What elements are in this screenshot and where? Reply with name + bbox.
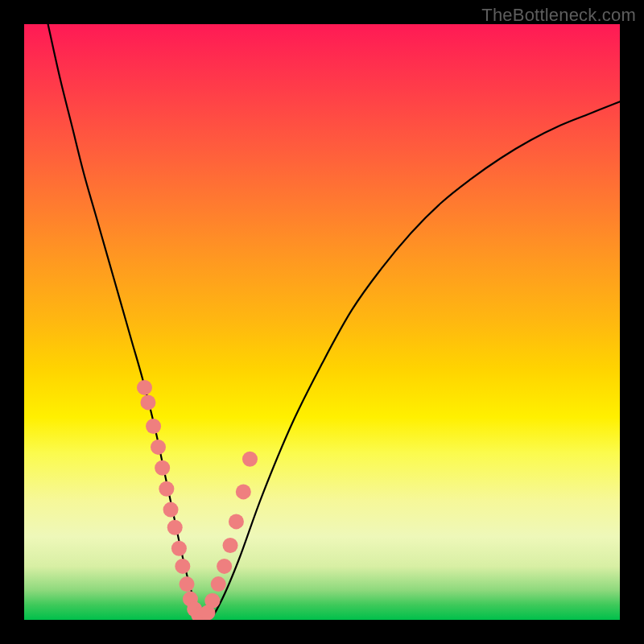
main-curve bbox=[48, 24, 620, 620]
scatter-dot bbox=[242, 452, 258, 467]
scatter-dot bbox=[223, 538, 238, 553]
scatter-dot bbox=[171, 541, 187, 556]
scatter-dot bbox=[204, 593, 220, 609]
scatter-dot bbox=[140, 394, 155, 410]
scatter-dot bbox=[151, 440, 166, 455]
scatter-dot bbox=[211, 576, 226, 592]
chart-svg bbox=[24, 24, 620, 620]
scatter-dot bbox=[163, 502, 179, 518]
scatter-dot bbox=[146, 419, 161, 434]
chart-container: TheBottleneck.com bbox=[0, 0, 644, 644]
scatter-dot bbox=[155, 460, 170, 476]
plot-area bbox=[24, 24, 620, 620]
scatter-dot bbox=[159, 481, 174, 497]
scatter-dots bbox=[137, 380, 258, 620]
watermark-text: TheBottleneck.com bbox=[481, 5, 636, 26]
scatter-dot bbox=[180, 576, 195, 592]
scatter-dot bbox=[137, 380, 152, 395]
scatter-dot bbox=[167, 520, 183, 535]
scatter-dot bbox=[175, 559, 190, 574]
scatter-dot bbox=[217, 559, 232, 574]
scatter-dot bbox=[236, 484, 251, 499]
scatter-dot bbox=[229, 514, 244, 529]
